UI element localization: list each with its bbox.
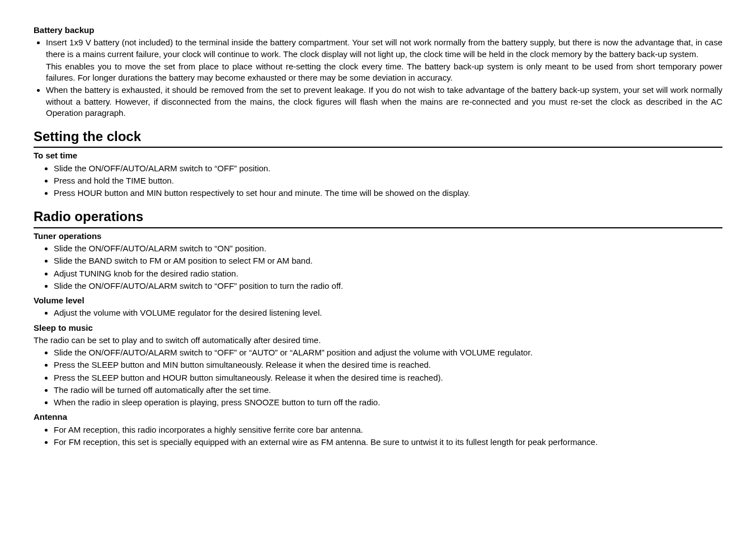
list-item: Press and hold the TIME button.: [54, 175, 722, 186]
list-item: Slide the ON/OFF/AUTO/ALARM switch to “O…: [54, 280, 722, 292]
to-set-time-heading: To set time: [34, 150, 722, 161]
sleep-to-music-intro: The radio can be set to play and to swit…: [34, 335, 722, 346]
list-item: Slide the ON/OFF/AUTO/ALARM switch to “O…: [54, 243, 722, 254]
sleep-to-music-list: Slide the ON/OFF/AUTO/ALARM switch to “O…: [34, 347, 722, 408]
list-item: Press HOUR button and MIN button respect…: [54, 188, 722, 199]
setting-clock-title: Setting the clock: [34, 128, 722, 148]
radio-operations-title: Radio operations: [34, 208, 722, 228]
battery-backup-list: Insert 1x9 V battery (not included) to t…: [34, 37, 722, 119]
antenna-list: For AM reception, this radio incorporate…: [34, 424, 722, 448]
list-item: When the radio in sleep operation is pla…: [54, 397, 722, 408]
tuner-operations-list: Slide the ON/OFF/AUTO/ALARM switch to “O…: [34, 243, 722, 292]
tuner-operations-heading: Tuner operations: [34, 231, 722, 242]
list-item: Press the SLEEP button and MIN button si…: [54, 359, 722, 371]
volume-level-heading: Volume level: [34, 295, 722, 306]
list-item: Slide the ON/OFF/AUTO/ALARM switch to “O…: [54, 163, 722, 174]
list-item: For FM reception, this set is specially …: [54, 437, 722, 448]
list-item: Press the SLEEP button and HOUR button s…: [54, 372, 722, 383]
antenna-heading: Antenna: [34, 411, 722, 423]
list-item: For AM reception, this radio incorporate…: [54, 424, 722, 435]
list-item: When the battery is exhausted, it should…: [46, 85, 722, 119]
to-set-time-list: Slide the ON/OFF/AUTO/ALARM switch to “O…: [34, 163, 722, 199]
volume-level-list: Adjust the volume with VOLUME regulator …: [34, 307, 722, 318]
list-item: The radio will be turned off automatical…: [54, 385, 722, 396]
list-item-text: Insert 1x9 V battery (not included) to t…: [46, 38, 722, 58]
sleep-to-music-heading: Sleep to music: [34, 322, 722, 334]
list-item: Insert 1x9 V battery (not included) to t…: [46, 37, 722, 83]
list-item-text-cont: This enables you to move the set from pl…: [46, 61, 722, 84]
list-item: Slide the ON/OFF/AUTO/ALARM switch to “O…: [54, 347, 722, 358]
battery-backup-heading: Battery backup: [34, 25, 722, 36]
list-item: Slide the BAND switch to FM or AM positi…: [54, 255, 722, 266]
list-item: Adjust TUNING knob for the desired radio…: [54, 268, 722, 279]
list-item: Adjust the volume with VOLUME regulator …: [54, 307, 722, 318]
